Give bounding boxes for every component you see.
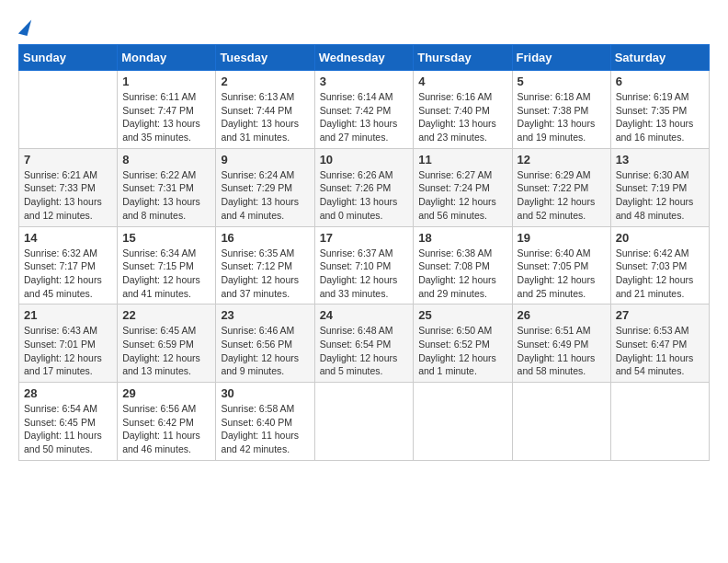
calendar-table: SundayMondayTuesdayWednesdayThursdayFrid… bbox=[18, 44, 710, 461]
day-info: Sunrise: 6:14 AM Sunset: 7:42 PM Dayligh… bbox=[320, 90, 409, 144]
calendar-week-row: 28Sunrise: 6:54 AM Sunset: 6:45 PM Dayli… bbox=[19, 383, 710, 461]
calendar-cell: 2Sunrise: 6:13 AM Sunset: 7:44 PM Daylig… bbox=[216, 71, 314, 149]
day-number: 20 bbox=[616, 231, 704, 245]
day-number: 5 bbox=[518, 75, 606, 88]
day-info: Sunrise: 6:45 AM Sunset: 6:59 PM Dayligh… bbox=[122, 324, 210, 378]
day-number: 10 bbox=[320, 153, 409, 167]
calendar-cell: 26Sunrise: 6:51 AM Sunset: 6:49 PM Dayli… bbox=[512, 304, 610, 383]
logo-arrow-icon bbox=[18, 17, 31, 36]
calendar-cell: 30Sunrise: 6:58 AM Sunset: 6:40 PM Dayli… bbox=[216, 383, 314, 461]
weekday-header: Sunday bbox=[19, 45, 118, 71]
day-info: Sunrise: 6:34 AM Sunset: 7:15 PM Dayligh… bbox=[122, 247, 210, 301]
day-info: Sunrise: 6:11 AM Sunset: 7:47 PM Dayligh… bbox=[122, 90, 210, 144]
day-info: Sunrise: 6:30 AM Sunset: 7:19 PM Dayligh… bbox=[616, 168, 704, 223]
day-info: Sunrise: 6:40 AM Sunset: 7:05 PM Dayligh… bbox=[518, 247, 606, 301]
day-info: Sunrise: 6:26 AM Sunset: 7:26 PM Dayligh… bbox=[320, 168, 409, 223]
day-number: 13 bbox=[616, 153, 704, 167]
calendar-cell: 1Sunrise: 6:11 AM Sunset: 7:47 PM Daylig… bbox=[118, 71, 216, 149]
weekday-header: Thursday bbox=[414, 45, 512, 71]
calendar-cell: 25Sunrise: 6:50 AM Sunset: 6:52 PM Dayli… bbox=[414, 304, 512, 383]
day-info: Sunrise: 6:46 AM Sunset: 6:56 PM Dayligh… bbox=[221, 324, 309, 378]
day-info: Sunrise: 6:24 AM Sunset: 7:29 PM Dayligh… bbox=[221, 168, 309, 223]
calendar-cell bbox=[314, 383, 414, 461]
calendar-cell bbox=[512, 383, 610, 461]
weekday-header: Tuesday bbox=[216, 45, 314, 71]
day-info: Sunrise: 6:58 AM Sunset: 6:40 PM Dayligh… bbox=[221, 402, 309, 456]
day-info: Sunrise: 6:32 AM Sunset: 7:17 PM Dayligh… bbox=[24, 247, 112, 301]
day-number: 2 bbox=[221, 75, 309, 88]
day-number: 11 bbox=[418, 153, 506, 167]
weekday-header: Saturday bbox=[610, 45, 709, 71]
calendar-cell: 22Sunrise: 6:45 AM Sunset: 6:59 PM Dayli… bbox=[118, 304, 216, 383]
day-number: 29 bbox=[122, 386, 210, 400]
day-number: 17 bbox=[320, 231, 409, 245]
day-number: 18 bbox=[418, 231, 506, 245]
calendar-header-row: SundayMondayTuesdayWednesdayThursdayFrid… bbox=[19, 45, 710, 71]
day-info: Sunrise: 6:56 AM Sunset: 6:42 PM Dayligh… bbox=[122, 402, 210, 456]
calendar-cell: 24Sunrise: 6:48 AM Sunset: 6:54 PM Dayli… bbox=[314, 304, 414, 383]
day-number: 7 bbox=[24, 153, 112, 167]
day-number: 27 bbox=[616, 308, 704, 322]
day-number: 12 bbox=[518, 153, 606, 167]
calendar-cell: 10Sunrise: 6:26 AM Sunset: 7:26 PM Dayli… bbox=[314, 148, 414, 226]
weekday-header: Monday bbox=[118, 45, 216, 71]
day-number: 14 bbox=[24, 231, 112, 245]
day-info: Sunrise: 6:27 AM Sunset: 7:24 PM Dayligh… bbox=[418, 168, 506, 223]
day-info: Sunrise: 6:16 AM Sunset: 7:40 PM Dayligh… bbox=[418, 90, 506, 144]
day-info: Sunrise: 6:37 AM Sunset: 7:10 PM Dayligh… bbox=[320, 247, 409, 301]
calendar-cell: 6Sunrise: 6:19 AM Sunset: 7:35 PM Daylig… bbox=[610, 71, 709, 149]
day-info: Sunrise: 6:42 AM Sunset: 7:03 PM Dayligh… bbox=[616, 247, 704, 301]
calendar-week-row: 1Sunrise: 6:11 AM Sunset: 7:47 PM Daylig… bbox=[19, 71, 710, 149]
day-number: 22 bbox=[122, 308, 210, 322]
day-number: 15 bbox=[122, 231, 210, 245]
calendar-cell: 12Sunrise: 6:29 AM Sunset: 7:22 PM Dayli… bbox=[512, 148, 610, 226]
page-header bbox=[18, 18, 710, 35]
calendar-cell: 3Sunrise: 6:14 AM Sunset: 7:42 PM Daylig… bbox=[314, 71, 414, 149]
calendar-cell: 7Sunrise: 6:21 AM Sunset: 7:33 PM Daylig… bbox=[19, 148, 118, 226]
day-info: Sunrise: 6:21 AM Sunset: 7:33 PM Dayligh… bbox=[24, 168, 112, 223]
day-info: Sunrise: 6:35 AM Sunset: 7:12 PM Dayligh… bbox=[221, 247, 309, 301]
calendar-cell: 5Sunrise: 6:18 AM Sunset: 7:38 PM Daylig… bbox=[512, 71, 610, 149]
day-number: 25 bbox=[418, 308, 506, 322]
day-number: 6 bbox=[616, 75, 704, 88]
calendar-cell bbox=[19, 71, 118, 149]
day-number: 9 bbox=[221, 153, 309, 167]
day-info: Sunrise: 6:13 AM Sunset: 7:44 PM Dayligh… bbox=[221, 90, 309, 144]
calendar-cell: 21Sunrise: 6:43 AM Sunset: 7:01 PM Dayli… bbox=[19, 304, 118, 383]
calendar-cell: 20Sunrise: 6:42 AM Sunset: 7:03 PM Dayli… bbox=[610, 226, 709, 304]
calendar-cell: 4Sunrise: 6:16 AM Sunset: 7:40 PM Daylig… bbox=[414, 71, 512, 149]
day-number: 1 bbox=[122, 75, 210, 88]
day-number: 23 bbox=[221, 308, 309, 322]
day-info: Sunrise: 6:38 AM Sunset: 7:08 PM Dayligh… bbox=[418, 247, 506, 301]
day-info: Sunrise: 6:50 AM Sunset: 6:52 PM Dayligh… bbox=[418, 324, 506, 378]
day-info: Sunrise: 6:22 AM Sunset: 7:31 PM Dayligh… bbox=[122, 168, 210, 223]
calendar-cell: 27Sunrise: 6:53 AM Sunset: 6:47 PM Dayli… bbox=[610, 304, 709, 383]
day-number: 28 bbox=[24, 386, 112, 400]
calendar-week-row: 7Sunrise: 6:21 AM Sunset: 7:33 PM Daylig… bbox=[19, 148, 710, 226]
day-info: Sunrise: 6:54 AM Sunset: 6:45 PM Dayligh… bbox=[24, 402, 112, 456]
calendar-cell: 23Sunrise: 6:46 AM Sunset: 6:56 PM Dayli… bbox=[216, 304, 314, 383]
day-number: 19 bbox=[518, 231, 606, 245]
calendar-cell: 9Sunrise: 6:24 AM Sunset: 7:29 PM Daylig… bbox=[216, 148, 314, 226]
calendar-cell: 8Sunrise: 6:22 AM Sunset: 7:31 PM Daylig… bbox=[118, 148, 216, 226]
calendar-cell: 11Sunrise: 6:27 AM Sunset: 7:24 PM Dayli… bbox=[414, 148, 512, 226]
day-info: Sunrise: 6:48 AM Sunset: 6:54 PM Dayligh… bbox=[320, 324, 409, 378]
calendar-cell: 29Sunrise: 6:56 AM Sunset: 6:42 PM Dayli… bbox=[118, 383, 216, 461]
calendar-cell: 28Sunrise: 6:54 AM Sunset: 6:45 PM Dayli… bbox=[19, 383, 118, 461]
day-number: 26 bbox=[518, 308, 606, 322]
day-number: 3 bbox=[320, 75, 409, 88]
calendar-cell: 15Sunrise: 6:34 AM Sunset: 7:15 PM Dayli… bbox=[118, 226, 216, 304]
weekday-header: Wednesday bbox=[314, 45, 414, 71]
calendar-week-row: 21Sunrise: 6:43 AM Sunset: 7:01 PM Dayli… bbox=[19, 304, 710, 383]
calendar-cell: 18Sunrise: 6:38 AM Sunset: 7:08 PM Dayli… bbox=[414, 226, 512, 304]
day-info: Sunrise: 6:51 AM Sunset: 6:49 PM Dayligh… bbox=[518, 324, 606, 378]
calendar-cell: 16Sunrise: 6:35 AM Sunset: 7:12 PM Dayli… bbox=[216, 226, 314, 304]
day-info: Sunrise: 6:19 AM Sunset: 7:35 PM Dayligh… bbox=[616, 90, 704, 144]
day-info: Sunrise: 6:53 AM Sunset: 6:47 PM Dayligh… bbox=[616, 324, 704, 378]
day-info: Sunrise: 6:29 AM Sunset: 7:22 PM Dayligh… bbox=[518, 168, 606, 223]
weekday-header: Friday bbox=[512, 45, 610, 71]
day-number: 16 bbox=[221, 231, 309, 245]
day-number: 21 bbox=[24, 308, 112, 322]
logo bbox=[18, 18, 29, 35]
day-info: Sunrise: 6:18 AM Sunset: 7:38 PM Dayligh… bbox=[518, 90, 606, 144]
